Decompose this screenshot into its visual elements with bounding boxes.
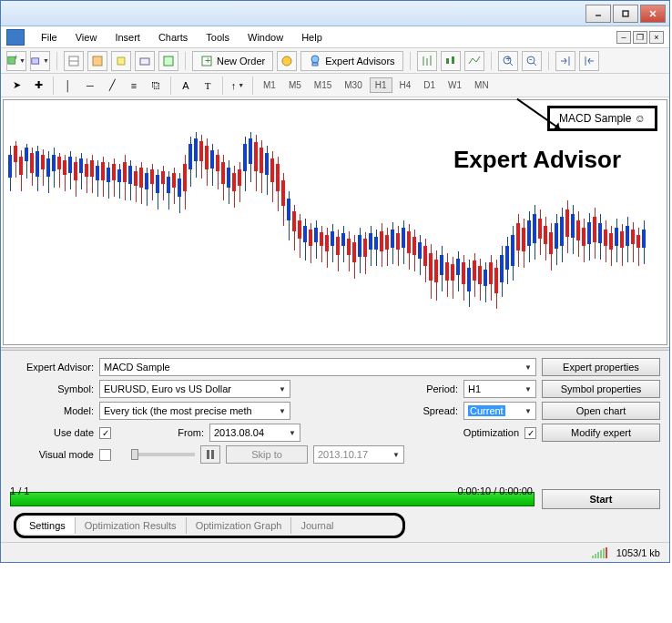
close-button[interactable] <box>640 5 666 23</box>
visual-mode-checkbox[interactable] <box>99 449 111 461</box>
svg-text:-: - <box>529 55 533 64</box>
svg-rect-11 <box>164 56 173 66</box>
candle-chart-icon[interactable] <box>441 51 461 71</box>
menu-charts[interactable]: Charts <box>149 29 197 46</box>
menu-tools[interactable]: Tools <box>197 29 239 46</box>
timeframe-h1[interactable]: H1 <box>370 77 392 93</box>
model-select[interactable]: Every tick (the most precise meth▼ <box>99 402 290 420</box>
svg-rect-10 <box>140 58 149 65</box>
start-button[interactable]: Start <box>542 489 660 509</box>
zoom-in-icon[interactable]: + <box>498 51 518 71</box>
new-chart-icon[interactable]: +▼ <box>6 51 26 71</box>
menubar: FileViewInsertChartsToolsWindowHelp – ❐ … <box>1 26 669 48</box>
pause-button[interactable] <box>200 445 220 464</box>
strategy-tester-panel: Expert Advisor: MACD Sample▼ Expert prop… <box>1 351 669 542</box>
to-date-select[interactable]: 2013.10.17▼ <box>313 445 404 464</box>
mdi-restore[interactable]: ❐ <box>633 31 647 44</box>
expert-select[interactable]: MACD Sample▼ <box>99 358 536 376</box>
timeframe-m15[interactable]: M15 <box>309 77 337 93</box>
expert-advisors-label: Expert Advisors <box>325 56 394 66</box>
symbol-label: Symbol: <box>10 383 94 394</box>
tab-journal[interactable]: Journal <box>291 517 342 534</box>
new-order-label: New Order <box>217 56 265 66</box>
visual-mode-label: Visual mode <box>10 449 94 460</box>
from-date-select[interactable]: 2013.08.04▼ <box>209 424 300 442</box>
timeframe-m5[interactable]: M5 <box>283 77 307 93</box>
timeframe-mn[interactable]: MN <box>469 77 494 93</box>
connection-bars-icon <box>592 547 607 558</box>
mdi-close[interactable]: × <box>649 31 664 44</box>
auto-scroll-icon[interactable] <box>555 51 575 71</box>
navigator-icon[interactable] <box>111 51 131 71</box>
spread-select[interactable]: Current▼ <box>463 402 536 420</box>
arrows-icon[interactable]: ↑▼ <box>228 76 248 96</box>
text-label-icon[interactable]: T <box>198 76 218 96</box>
market-watch-icon[interactable] <box>64 51 84 71</box>
timeframe-w1[interactable]: W1 <box>443 77 467 93</box>
svg-rect-20 <box>446 58 449 64</box>
line-chart-icon[interactable] <box>464 51 484 71</box>
menu-view[interactable]: View <box>66 29 107 46</box>
progress-time: 0:00:10 / 0:00:00 <box>457 485 533 496</box>
profiles-icon[interactable]: ▼ <box>30 51 50 71</box>
channel-icon[interactable]: ≡ <box>124 76 144 96</box>
period-select[interactable]: H1▼ <box>463 380 536 398</box>
minimize-button[interactable] <box>585 5 611 23</box>
svg-rect-21 <box>452 56 454 64</box>
symbol-select[interactable]: EURUSD, Euro vs US Dollar▼ <box>99 380 290 398</box>
cursor-icon[interactable]: ➤ <box>6 76 26 96</box>
toolbar-main: +▼ ▼ +New Order Expert Advisors + - <box>1 48 669 74</box>
fibonacci-icon[interactable]: ⿻ <box>146 76 166 96</box>
use-date-checkbox[interactable]: ✓ <box>99 427 111 439</box>
vertical-line-icon[interactable]: │ <box>58 76 78 96</box>
spread-label: Spread: <box>412 405 458 416</box>
expert-advisors-button[interactable]: Expert Advisors <box>300 51 402 71</box>
from-label: From: <box>168 427 204 438</box>
zoom-out-icon[interactable]: - <box>522 51 542 71</box>
svg-text:+: + <box>14 55 17 62</box>
menu-file[interactable]: File <box>32 29 66 46</box>
open-chart-button[interactable]: Open chart <box>542 402 660 420</box>
text-icon[interactable]: A <box>176 76 196 96</box>
chart-area[interactable]: MACD Sample ☺ Expert Advisor <box>3 99 667 345</box>
tab-optimization-results[interactable]: Optimization Results <box>76 517 187 534</box>
timeframe-d1[interactable]: D1 <box>418 77 441 93</box>
speed-slider[interactable] <box>131 453 195 456</box>
menu-window[interactable]: Window <box>239 29 292 46</box>
crosshair-icon[interactable]: ✚ <box>28 76 48 96</box>
svg-point-15 <box>311 56 319 63</box>
titlebar <box>1 1 669 26</box>
svg-text:+: + <box>205 55 210 66</box>
bar-chart-icon[interactable] <box>417 51 437 71</box>
metaquotes-icon[interactable] <box>277 51 297 71</box>
svg-point-14 <box>282 56 291 66</box>
optimization-label: Optimization <box>446 427 519 438</box>
optimization-checkbox[interactable]: ✓ <box>524 427 536 439</box>
menu-insert[interactable]: Insert <box>106 29 149 46</box>
tab-settings[interactable]: Settings <box>20 517 76 534</box>
svg-text:+: + <box>505 55 511 64</box>
menu-help[interactable]: Help <box>292 29 331 46</box>
timeframe-m30[interactable]: M30 <box>339 77 367 93</box>
data-window-icon[interactable] <box>87 51 107 71</box>
tab-optimization-graph[interactable]: Optimization Graph <box>187 517 292 534</box>
modify-expert-button[interactable]: Modify expert <box>542 424 660 442</box>
svg-rect-1 <box>623 11 628 16</box>
svg-rect-16 <box>312 63 318 66</box>
mdi-minimize[interactable]: – <box>616 31 631 44</box>
toolbar-drawing: ➤ ✚ │ ─ ╱ ≡ ⿻ A T ↑▼ M1M5M15M30H1H4D1W1M… <box>1 74 669 97</box>
expert-properties-button[interactable]: Expert properties <box>542 358 660 376</box>
symbol-properties-button[interactable]: Symbol properties <box>542 380 660 398</box>
strategy-tester-icon[interactable] <box>158 51 178 71</box>
timeframe-h4[interactable]: H4 <box>394 77 417 93</box>
horizontal-line-icon[interactable]: ─ <box>80 76 100 96</box>
trendline-icon[interactable]: ╱ <box>102 76 122 96</box>
svg-rect-9 <box>93 56 102 66</box>
maximize-button[interactable] <box>613 5 638 23</box>
terminal-icon[interactable] <box>135 51 155 71</box>
chart-shift-icon[interactable] <box>579 51 599 71</box>
skip-to-button[interactable]: Skip to <box>226 445 308 464</box>
timeframe-m1[interactable]: M1 <box>258 77 281 93</box>
new-order-button[interactable]: +New Order <box>192 51 273 71</box>
progress-bar <box>10 492 535 506</box>
